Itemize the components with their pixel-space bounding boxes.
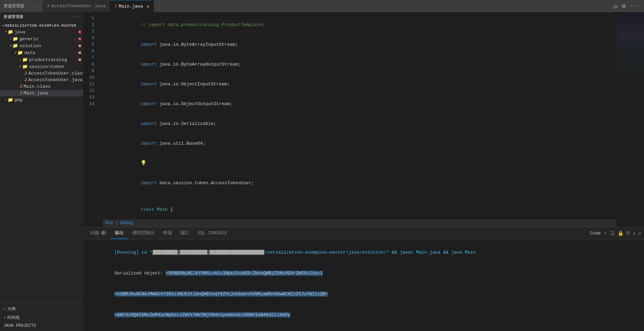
tree-solution[interactable]: ▾ 📁 solution (0, 42, 83, 49)
class-name: Main (157, 207, 168, 212)
tab-close-button[interactable]: ✕ (146, 3, 149, 9)
explorer-header: 资源管理器 ··· (0, 12, 83, 22)
line-num-9: 9 (83, 68, 100, 74)
more-actions-icon[interactable]: ··· (630, 3, 641, 9)
tree-php[interactable]: › 📁 php (0, 96, 83, 103)
tree-main-class[interactable]: J Main.class (0, 83, 83, 90)
sidebar-java-projects[interactable]: JAVA PROJECTS (0, 322, 83, 330)
folder-icon-session: 📁 (22, 64, 28, 69)
list-icon[interactable]: ☰ (610, 230, 615, 236)
sql-label: SQL CONSOLE (198, 230, 227, 236)
sidebar-menu-dots[interactable]: ··· (27, 3, 39, 9)
tree-data[interactable]: ▾ 📁 data (0, 49, 83, 56)
panel-tab-output[interactable]: 输出 (111, 227, 128, 239)
panel-tab-debug[interactable]: 调试控制台 (128, 227, 159, 239)
tree-main-java[interactable]: J Main.java (0, 90, 83, 96)
line-numbers: 1 2 3 4 5 6 7 8 9 10 11 12 13 14 (83, 12, 100, 227)
main-content: 资源管理器 ··· ▾ SERIALIZATION-EXAMPLES-MASTE… (0, 12, 644, 331)
folder-icon-generic: 📁 (12, 36, 18, 42)
kw-class: class (140, 207, 154, 212)
panel-tab-sql[interactable]: SQL CONSOLE (194, 227, 232, 239)
kw-import-4: import (140, 82, 157, 87)
code-line-5: import java.io.ObjectOutputStream; (103, 94, 616, 114)
code-line-10 (103, 193, 616, 200)
run-icon[interactable]: ▷ (614, 2, 618, 10)
copy-icon[interactable]: ⧉ (626, 230, 630, 236)
tree-generic[interactable]: › 📁 generic (0, 35, 83, 42)
php-label: php (15, 97, 23, 103)
file-icon-main-java: J (19, 91, 22, 96)
code-line-2: import java.io.ByteArrayInputStream; (103, 35, 616, 54)
file-icon-access-java: J (24, 77, 27, 83)
terminal-line-4: +AAF4cHQAIGNnZmM4azNpbzczZWVtYWV3NjV0dnl… (87, 305, 640, 325)
timeline-label: 时间线 (7, 315, 20, 321)
redacted-path: █████████ ██████████ ███████████████████… (152, 250, 265, 255)
panel-close-icon[interactable]: ✕ (638, 230, 641, 236)
expand-icon[interactable]: ∧ (633, 230, 635, 236)
line-num-5: 5 (83, 41, 100, 48)
editor-with-minimap: 1 2 3 4 5 6 7 8 9 10 11 12 13 14 (83, 12, 644, 227)
sidebar-title-label: 资源管理器 (3, 3, 24, 9)
running-prefix: [Running] cd " (114, 250, 152, 255)
tree-access-class[interactable]: J AccessTokenUser.class (0, 70, 83, 77)
solution-dot (78, 44, 81, 47)
serialized-value-1: rO0ABXNyACJkYXRhLnNlc3Npb24udG9rZW4uQWNj… (166, 271, 323, 276)
generic-dot (78, 37, 81, 40)
java-arrow: ▾ (5, 30, 7, 34)
session-label: session\token (29, 64, 64, 69)
code-line-11: class Main { (103, 200, 616, 219)
tree-session-token[interactable]: ▾ 📁 session\token (0, 63, 83, 70)
file-explorer-sidebar: 资源管理器 ··· ▾ SERIALIZATION-EXAMPLES-MASTE… (0, 12, 83, 331)
minimap-content (616, 12, 644, 82)
panel-tab-problems[interactable]: 问题 2 (86, 227, 111, 239)
code-line-9: import data.session.token.AccessTokenUse… (103, 173, 616, 193)
terminal-output[interactable]: [Running] cd "█████████ ██████████ █████… (83, 239, 644, 331)
running-suffix: \serialization-examples-master\java\solu… (265, 250, 476, 255)
kw-import-2: import (140, 42, 157, 47)
main-java-label: Main.java (24, 91, 48, 96)
panel: 问题 2 输出 调试控制台 终端 端口 SQL CONSOLE (83, 227, 644, 331)
solution-label: solution (19, 43, 41, 49)
line-num-12: 12 (83, 87, 100, 94)
tab-java-icon-1: J (47, 4, 49, 9)
tree-root[interactable]: ▾ SERIALIZATION-EXAMPLES-MASTER (0, 23, 83, 28)
panel-tab-terminal[interactable]: 终端 (159, 227, 176, 239)
serialized-value-3: +AAF4cHQAIGNnZmM4azNpbzczZWVtYWV3NjV0dnl… (114, 312, 290, 317)
panel-tab-ports[interactable]: 端口 (176, 227, 194, 239)
productcatalog-arrow: › (19, 58, 22, 62)
folder-icon-solution: 📁 (12, 43, 18, 49)
sidebar-bottom: › 大纲 › 时间线 JAVA PROJECTS (0, 303, 83, 331)
java-projects-label: JAVA PROJECTS (3, 323, 36, 328)
problems-badge: 2 (101, 231, 106, 235)
sidebar-timeline[interactable]: › 时间线 (0, 313, 83, 322)
tree-productcatalog[interactable]: › 📁 productcatalog (0, 56, 83, 63)
root-label: SERIALIZATION-EXAMPLES-MASTER (5, 24, 76, 28)
tab-access-token-user[interactable]: J AccessTokenUser.java (43, 0, 110, 12)
kw-import-6: import (140, 121, 157, 126)
lock-icon[interactable]: 🔒 (618, 230, 624, 236)
explorer-dots[interactable]: ··· (72, 15, 80, 19)
title-bar: 资源管理器 ··· J AccessTokenUser.java J Main.… (0, 0, 644, 12)
tab-main-java[interactable]: J Main.java ✕ (110, 0, 154, 12)
code-dropdown-label[interactable]: Code (590, 231, 601, 236)
line-num-11: 11 (83, 81, 100, 87)
split-editor-icon[interactable]: ⧉ (622, 3, 626, 9)
debug-codelens[interactable]: Debug (120, 221, 133, 226)
java-dot (78, 31, 81, 33)
sidebar-outline[interactable]: › 大纲 (0, 305, 83, 313)
tree-java[interactable]: ▾ 📁 java (0, 28, 83, 35)
line-num-13: 13 (83, 94, 100, 101)
file-icon-access-class: J (24, 71, 27, 76)
panel-icons: ☰ 🔒 ⧉ ∧ ✕ (610, 230, 641, 236)
code-line-3: import java.io.ByteArrayOutputStream; (103, 54, 616, 74)
run-codelens[interactable]: Run (105, 221, 113, 226)
tree-access-java[interactable]: J AccessTokenUser.java (0, 77, 83, 83)
kw-import-3: import (140, 62, 157, 67)
code-lines[interactable]: // import data.productcatalog.ProductTem… (100, 12, 616, 227)
dropdown-arrow-icon[interactable]: ▾ (604, 230, 607, 236)
code-editor[interactable]: 1 2 3 4 5 6 7 8 9 10 11 12 13 14 (83, 12, 644, 227)
panel-right-controls: Code ▾ ☰ 🔒 ⧉ ∧ ✕ (590, 230, 641, 236)
title-bar-actions: ▷ ⧉ ··· (611, 2, 644, 10)
data-dot (78, 51, 81, 54)
folder-icon-productcatalog: 📁 (22, 57, 28, 62)
